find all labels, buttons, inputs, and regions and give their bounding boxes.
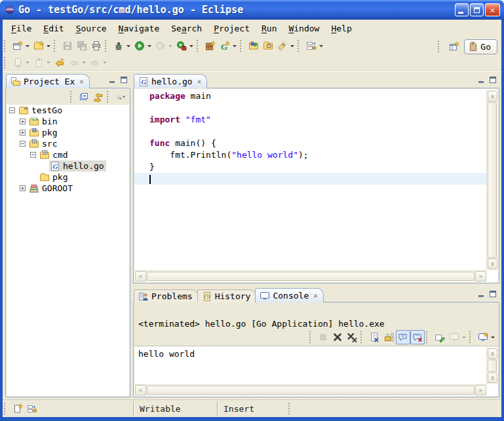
tree-item-src[interactable]: −src (7, 138, 129, 149)
minimize-view-button[interactable] (108, 76, 116, 84)
dropdown-arrow-icon[interactable] (103, 62, 107, 64)
editor-horizontal-scrollbar[interactable]: < > (135, 270, 486, 282)
dropdown-arrow-icon[interactable] (319, 45, 323, 47)
close-button[interactable]: ✕ (485, 3, 500, 16)
console-vertical-scrollbar[interactable]: ∧ ∨ (486, 347, 497, 384)
tab-project-explorer[interactable]: Project Ex ✕ (6, 74, 90, 88)
tree-item-goroot[interactable]: +GOROOT (7, 183, 129, 194)
dropdown-arrow-icon[interactable] (47, 62, 50, 64)
scroll-thumb[interactable] (488, 102, 497, 258)
console-output[interactable]: hello world (134, 346, 486, 384)
link-with-editor-button[interactable] (91, 90, 106, 104)
tree-item-cmd[interactable]: −cmd (7, 149, 129, 160)
menu-navigate[interactable]: Navigate (113, 21, 166, 36)
toggle-editor-presentation-button[interactable] (304, 39, 325, 53)
open-type-button[interactable] (246, 39, 261, 53)
scroll-up-button[interactable]: ∧ (488, 91, 497, 101)
clear-console-button[interactable] (367, 330, 381, 344)
scroll-up-button[interactable]: ∧ (488, 348, 497, 359)
close-view-icon[interactable]: ✕ (313, 291, 318, 300)
minimize-button[interactable] (455, 3, 469, 16)
collapse-all-button[interactable] (77, 90, 91, 104)
menu-help[interactable]: Help (325, 21, 357, 36)
scroll-thumb[interactable] (147, 272, 475, 281)
toolbar-grip[interactable] (426, 331, 430, 343)
fast-view-button[interactable] (10, 401, 25, 416)
toolbar-grip[interactable] (105, 40, 109, 52)
new-go-app-button[interactable]: G (218, 39, 239, 53)
menu-run[interactable]: Run (256, 21, 282, 36)
dropdown-arrow-icon[interactable] (82, 62, 86, 64)
code-editor[interactable]: package mainimport "fmt"func main() { fm… (134, 90, 486, 270)
scroll-down-button[interactable]: ∨ (488, 373, 497, 383)
dropdown-arrow-icon[interactable] (189, 45, 193, 47)
tree-item-pkg[interactable]: +pkg (7, 127, 129, 138)
dropdown-arrow-icon[interactable] (26, 62, 29, 64)
tab-history[interactable]: History (197, 289, 257, 302)
debug-button[interactable] (111, 39, 132, 53)
tab-problems[interactable]: Problems (134, 289, 199, 302)
dropdown-arrow-icon[interactable] (147, 45, 151, 47)
dropdown-arrow-icon[interactable] (26, 45, 29, 47)
toolbar-grip[interactable] (54, 40, 58, 52)
close-view-icon[interactable]: ✕ (79, 77, 84, 86)
tab-console[interactable]: Console✕ (255, 288, 323, 302)
maximize-button[interactable] (470, 3, 484, 16)
tree-item-bin[interactable]: +010bin (7, 116, 129, 127)
project-tree[interactable]: −testGo+010bin+pkg−src−cmdGhello.gopkg+G… (7, 105, 129, 396)
toolbar-grip[interactable] (469, 331, 473, 343)
minimize-view-button[interactable] (477, 290, 485, 298)
toolbar-grip[interactable] (360, 331, 364, 343)
last-edit-location-button[interactable] (52, 56, 67, 70)
tree-item-pkg[interactable]: pkg (7, 172, 129, 183)
scroll-right-button[interactable]: > (475, 385, 486, 395)
expander-icon[interactable]: + (20, 130, 26, 136)
open-console-button[interactable] (476, 330, 497, 344)
dropdown-arrow-icon[interactable] (290, 45, 294, 47)
tree-item-testgo[interactable]: −testGo (7, 105, 129, 116)
scroll-down-button[interactable]: ∨ (488, 259, 497, 269)
remove-launch-button[interactable] (330, 330, 345, 344)
menu-window[interactable]: Window (282, 21, 325, 36)
toolbar-grip[interactable] (107, 91, 111, 103)
title-bar[interactable]: Go - testGo/src/cmd/hello.go - Eclipse ✕ (0, 0, 504, 20)
scroll-lock-button[interactable] (381, 330, 396, 344)
print-button[interactable] (89, 39, 104, 53)
expander-icon[interactable]: − (9, 107, 15, 113)
tab-hello-go[interactable]: G hello.go ✕ (134, 74, 207, 88)
view-menu-button[interactable] (113, 90, 128, 104)
dropdown-arrow-icon[interactable] (491, 337, 495, 339)
tree-item-hello-go[interactable]: Ghello.go (7, 160, 129, 172)
console-horizontal-scrollbar[interactable]: < > (135, 384, 486, 395)
menu-file[interactable]: File (5, 21, 37, 36)
external-tools-button[interactable] (174, 39, 195, 53)
minimize-editor-button[interactable] (477, 76, 485, 84)
scroll-left-button[interactable]: < (135, 385, 146, 395)
pin-console-button[interactable] (433, 330, 447, 344)
run-button[interactable] (132, 39, 153, 53)
toolbar-grip[interactable] (4, 57, 8, 69)
toolbar-grip[interactable] (309, 331, 313, 343)
toolbar-grip[interactable] (70, 91, 74, 103)
menu-project[interactable]: Project (208, 21, 256, 36)
scroll-thumb[interactable] (147, 386, 475, 395)
expander-icon[interactable]: + (20, 185, 26, 191)
remove-all-terminated-button[interactable] (345, 330, 359, 344)
open-perspective-button[interactable] (448, 40, 461, 53)
search-flashlight-button[interactable] (275, 39, 296, 53)
status-grip[interactable] (288, 403, 292, 414)
menu-search[interactable]: Search (165, 21, 208, 36)
toolbar-grip[interactable] (4, 40, 8, 52)
expander-icon[interactable]: − (20, 141, 26, 147)
menu-edit[interactable]: Edit (37, 21, 69, 36)
show-stdout-button[interactable] (396, 330, 410, 344)
close-editor-icon[interactable]: ✕ (197, 77, 202, 86)
maximize-view-button[interactable] (489, 290, 497, 298)
new-wizard-button[interactable] (10, 39, 31, 53)
expander-icon[interactable]: + (20, 119, 26, 124)
expander-icon[interactable]: − (30, 152, 36, 158)
scroll-right-button[interactable]: > (475, 271, 486, 282)
toolbar-grip[interactable] (298, 40, 301, 52)
scroll-thumb[interactable] (488, 359, 497, 372)
maximize-view-button[interactable] (120, 76, 128, 84)
